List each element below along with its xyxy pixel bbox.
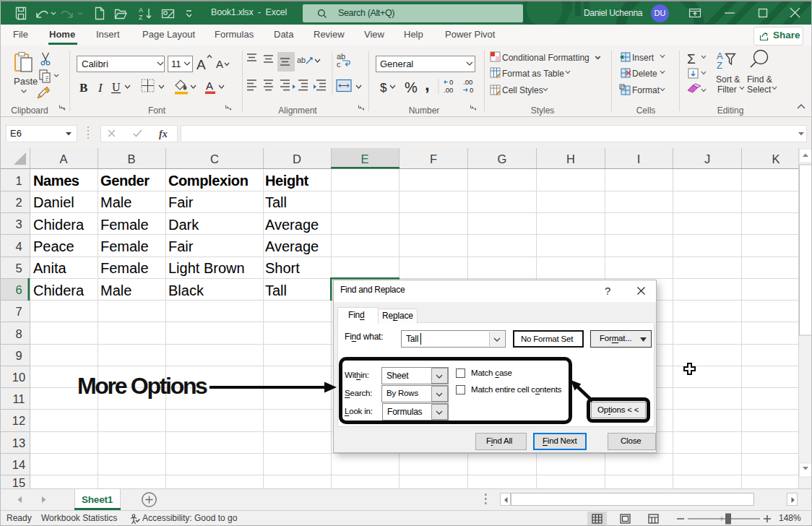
svg-text:Light Brown: Light Brown [168, 260, 245, 276]
svg-text:Female: Female [100, 217, 149, 233]
svg-text:Black: Black [168, 283, 204, 298]
svg-text:Dark: Dark [168, 217, 199, 233]
svg-text:13: 13 [12, 436, 25, 449]
svg-text:0: 0 [470, 86, 473, 94]
svg-text:Fair: Fair [168, 238, 194, 254]
svg-text:Z: Z [717, 60, 722, 71]
svg-text:Fair: Fair [168, 194, 194, 210]
svg-text:14: 14 [12, 458, 25, 471]
svg-text:Average: Average [265, 238, 319, 254]
svg-text:0: 0 [449, 78, 453, 86]
svg-text:A: A [139, 7, 143, 14]
svg-text:Peace: Peace [33, 238, 74, 254]
svg-text:Gender: Gender [100, 173, 150, 189]
svg-text:Chidera: Chidera [33, 283, 85, 298]
svg-text:A: A [216, 58, 223, 70]
svg-text:4: 4 [15, 240, 22, 253]
svg-text:10: 10 [12, 371, 25, 384]
svg-text:.00: .00 [463, 78, 472, 86]
svg-text:7: 7 [15, 305, 22, 318]
svg-text:F: F [430, 152, 437, 165]
svg-text:%: % [405, 79, 418, 95]
svg-text:B: B [127, 152, 135, 165]
svg-text:$: $ [380, 81, 387, 95]
svg-text:5: 5 [15, 262, 22, 275]
svg-text:Male: Male [100, 283, 131, 298]
svg-text:I: I [637, 152, 641, 165]
svg-text:Female: Female [100, 238, 149, 254]
svg-text:,: , [425, 74, 430, 94]
svg-text:Height: Height [265, 173, 309, 189]
svg-text:8: 8 [15, 327, 22, 340]
svg-text:fx: fx [159, 129, 168, 139]
svg-text:Z: Z [139, 14, 143, 21]
svg-text:15: 15 [12, 476, 25, 488]
svg-text:G: G [498, 152, 507, 165]
svg-text:Tall: Tall [265, 283, 287, 298]
svg-text:E: E [360, 152, 368, 165]
svg-text:6: 6 [15, 283, 22, 296]
svg-text:3: 3 [15, 217, 22, 230]
svg-text:Daniel: Daniel [33, 194, 74, 210]
svg-text:U: U [112, 81, 121, 93]
svg-text:J: J [704, 152, 710, 165]
svg-text:Names: Names [33, 173, 79, 189]
svg-text:I: I [98, 81, 103, 95]
svg-text:Complexion: Complexion [168, 173, 248, 189]
svg-text:A: A [196, 57, 206, 72]
svg-text:Female: Female [100, 260, 149, 276]
svg-text:Anita: Anita [33, 260, 66, 276]
svg-text:A: A [59, 152, 67, 165]
svg-text:2: 2 [15, 196, 22, 209]
svg-text:Male: Male [100, 194, 131, 210]
svg-text:12: 12 [12, 414, 25, 427]
svg-text:Chidera: Chidera [33, 217, 85, 233]
svg-text:A: A [206, 79, 213, 92]
svg-text:c: c [337, 60, 341, 69]
svg-text:H: H [566, 152, 575, 165]
svg-text:.00: .00 [444, 86, 453, 94]
svg-text:11: 11 [12, 392, 25, 405]
svg-text:Short: Short [265, 260, 300, 276]
svg-text:Σ: Σ [687, 51, 696, 66]
svg-text:K: K [772, 152, 779, 165]
svg-text:D: D [293, 152, 301, 165]
svg-text:Tall: Tall [265, 194, 287, 210]
svg-text:B: B [79, 81, 87, 95]
svg-text:1: 1 [15, 174, 22, 187]
svg-text:C: C [210, 152, 219, 165]
svg-text:ab: ab [297, 56, 306, 64]
svg-text:9: 9 [15, 349, 22, 362]
svg-text:Average: Average [265, 217, 319, 233]
